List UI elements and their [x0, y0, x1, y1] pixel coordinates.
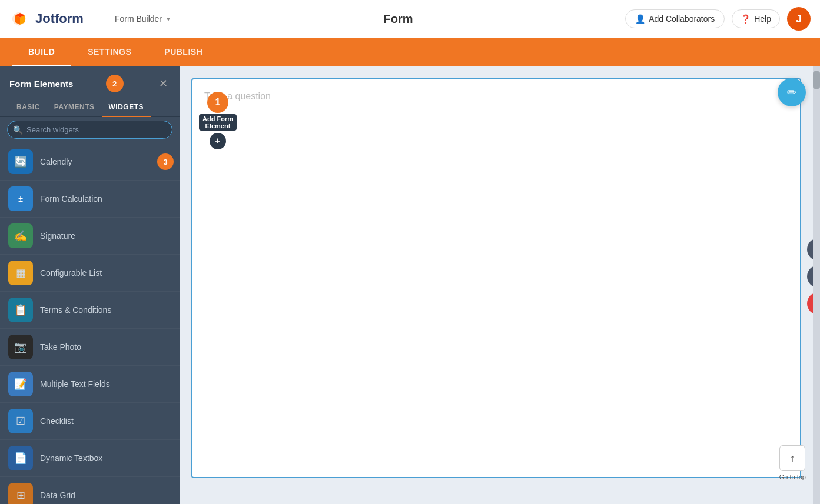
tab-build[interactable]: BUILD — [12, 38, 71, 66]
checklist-icon: ☑ — [8, 409, 33, 433]
go-to-top-icon-btn[interactable]: ↑ — [779, 445, 805, 471]
take-photo-icon: 📷 — [8, 335, 33, 359]
add-element-plus-icon[interactable]: + — [210, 133, 226, 149]
delete-tool-button[interactable]: 🗑 — [807, 292, 813, 315]
multiple-text-icon: 📝 — [8, 372, 33, 396]
magic-tool-button[interactable]: ✦ — [807, 238, 813, 261]
widget-item-signature[interactable]: ✍ Signature — [0, 218, 180, 255]
signature-icon: ✍ — [8, 223, 33, 248]
search-area: 🔍 — [0, 117, 180, 143]
widget-item-multiple-text[interactable]: 📝 Multiple Text Fields — [0, 366, 180, 403]
form-canvas[interactable]: Type a question ✦ ⚙ 🗑 ⠿ — [191, 78, 801, 478]
widget-item-dynamic-textbox[interactable]: 📄 Dynamic Textbox — [0, 440, 180, 477]
nav-divider — [105, 10, 105, 28]
widget-item-calendly[interactable]: 🔄 Calendly 3 — [0, 143, 180, 181]
dynamic-textbox-icon: 📄 — [8, 446, 33, 470]
widget-item-form-calculation[interactable]: ± Form Calculation — [0, 181, 180, 218]
form-builder-label: Form Builder — [115, 14, 162, 24]
logo-text: Jotform — [35, 11, 84, 26]
sidebar: Form Elements 2 ✕ BASIC PAYMENTS WIDGETS… — [0, 66, 180, 504]
add-form-element-label: Add FormElement — [199, 114, 237, 131]
widget-item-take-photo[interactable]: 📷 Take Photo — [0, 329, 180, 366]
form-tools: ✦ ⚙ 🗑 — [807, 238, 813, 315]
data-grid-icon: ⊞ — [8, 483, 33, 504]
tab-bar: BUILD SETTINGS PUBLISH — [0, 38, 820, 66]
search-input[interactable] — [7, 121, 172, 139]
go-to-top-label: Go to top — [779, 473, 806, 480]
nav-actions: 👤 Add Collaborators ❓ Help J — [625, 7, 811, 31]
step-1-badge: 1 — [207, 92, 228, 113]
pencil-fab-button[interactable]: ✏ — [778, 78, 806, 106]
form-builder-button[interactable]: Form Builder ▼ — [115, 14, 171, 24]
add-collaborators-button[interactable]: 👤 Add Collaborators — [625, 9, 725, 28]
tab-publish[interactable]: PUBLISH — [148, 38, 219, 66]
question-icon: ❓ — [741, 14, 751, 24]
top-nav: Jotform Form Builder ▼ Form 👤 Add Collab… — [0, 0, 820, 38]
step-2-badge: 2 — [106, 75, 124, 92]
widget-list: 🔄 Calendly 3 ± Form Calculation ✍ Signat… — [0, 143, 180, 504]
form-area: Type a question ✦ ⚙ 🗑 ⠿ ✏ ↑ Go to top — [180, 66, 813, 504]
form-calculation-icon: ± — [8, 186, 33, 211]
configurable-list-icon: ▦ — [8, 261, 33, 285]
search-wrap: 🔍 — [7, 121, 172, 139]
help-label: Help — [754, 14, 771, 24]
sidebar-tab-payments[interactable]: PAYMENTS — [47, 98, 102, 117]
widget-item-terms-conditions[interactable]: 📋 Terms & Conditions — [0, 292, 180, 329]
jotform-logo-icon — [9, 8, 31, 29]
sidebar-tabs: BASIC PAYMENTS WIDGETS — [0, 98, 180, 117]
sidebar-title: Form Elements — [9, 79, 73, 89]
sidebar-header: Form Elements 2 ✕ — [0, 66, 180, 98]
help-button[interactable]: ❓ Help — [732, 9, 780, 28]
user-icon: 👤 — [635, 14, 645, 24]
close-sidebar-button[interactable]: ✕ — [156, 76, 170, 91]
widget-item-configurable-list[interactable]: ▦ Configurable List — [0, 255, 180, 292]
widget-item-checklist[interactable]: ☑ Checklist — [0, 403, 180, 440]
right-scrollbar[interactable] — [813, 66, 820, 504]
widget-item-data-grid[interactable]: ⊞ Data Grid — [0, 477, 180, 504]
search-icon: 🔍 — [13, 125, 23, 135]
page-title: Form — [171, 12, 625, 26]
main-layout: Form Elements 2 ✕ BASIC PAYMENTS WIDGETS… — [0, 66, 820, 504]
tab-settings[interactable]: SETTINGS — [71, 38, 148, 66]
go-to-top-button[interactable]: ↑ Go to top — [779, 445, 806, 480]
sidebar-tab-basic[interactable]: BASIC — [9, 98, 47, 117]
step-1-add-form-element[interactable]: 1 Add FormElement + — [199, 92, 237, 149]
chevron-down-icon: ▼ — [165, 16, 171, 22]
user-avatar[interactable]: J — [787, 7, 811, 31]
calendly-icon: 🔄 — [8, 149, 33, 174]
sidebar-tab-widgets[interactable]: WIDGETS — [102, 98, 151, 117]
logo-area: Jotform — [9, 8, 84, 29]
terms-conditions-icon: 📋 — [8, 298, 33, 322]
step-3-badge: 3 — [157, 153, 174, 170]
add-collab-label: Add Collaborators — [649, 14, 715, 24]
settings-tool-button[interactable]: ⚙ — [807, 265, 813, 288]
scroll-thumb — [813, 71, 820, 89]
